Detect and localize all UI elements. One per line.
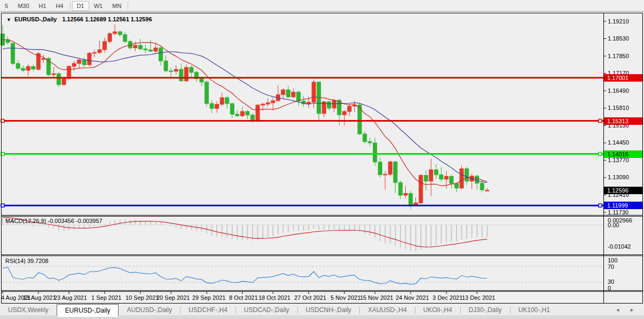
macd-histogram-bar xyxy=(354,225,355,230)
candle-body-bull xyxy=(220,98,224,104)
macd-histogram-bar xyxy=(426,225,427,249)
macd-histogram-bar xyxy=(191,225,192,230)
candle-body-bear xyxy=(450,177,453,184)
candle-body-bull xyxy=(312,82,316,102)
price-axis-label: 1.13770 xyxy=(608,157,629,163)
candle-body-bear xyxy=(465,169,469,181)
tab-usdchf-h4[interactable]: USDCHF-,H4 xyxy=(180,304,235,316)
tab-usdcnh-daily[interactable]: USDCNH-,Daily xyxy=(298,304,359,316)
candle-body-bear xyxy=(246,111,249,115)
macd-histogram-bar xyxy=(282,225,284,233)
ma-slow-line xyxy=(3,48,487,182)
tab-audusd-daily[interactable]: AUDUSD-,Daily xyxy=(119,304,180,316)
price-axis-label: 1.19210 xyxy=(608,18,629,25)
macd-histogram-bar xyxy=(420,225,421,250)
macd-histogram-bar xyxy=(176,225,177,228)
rsi-panel-title: RSI(14) 39.7208 xyxy=(5,258,49,264)
macd-histogram-bar xyxy=(216,225,217,237)
candle-body-bear xyxy=(480,184,484,190)
candle-body-bear xyxy=(82,60,86,65)
candle-body-bull xyxy=(281,90,285,94)
tab-usdcad-daily[interactable]: USDCAD-,Daily xyxy=(236,304,297,316)
macd-histogram-bar xyxy=(334,225,335,229)
tab-eurusd-daily[interactable]: EURUSD-,Daily xyxy=(57,304,119,316)
price-axis-label: 1.14450 xyxy=(608,139,629,146)
candle-body-bull xyxy=(271,101,275,103)
tab-scroll-arrows: ◄► xyxy=(615,304,644,316)
tab-ukoil-h4[interactable]: UKOil-,H4 xyxy=(415,304,460,316)
macd-histogram-bar xyxy=(349,225,350,230)
macd-histogram-bar xyxy=(384,225,386,244)
chart-symbol-label: EURUSD-,Daily xyxy=(14,16,57,22)
macd-histogram-bar xyxy=(441,225,442,244)
macd-histogram-bar xyxy=(380,225,381,242)
macd-histogram-bar xyxy=(308,225,309,230)
macd-histogram-bar xyxy=(364,225,365,234)
macd-histogram-bar xyxy=(120,219,121,225)
candle-body-bear xyxy=(200,79,203,82)
candle-body-bull xyxy=(388,162,392,174)
candle-body-bull xyxy=(26,67,30,70)
macd-axis-label: 0.00 xyxy=(608,222,619,228)
date-axis-label: 29 Sep 2021 xyxy=(192,294,225,301)
line-handle[interactable] xyxy=(599,204,602,207)
macd-histogram-bar xyxy=(38,225,39,226)
macd-histogram-bar xyxy=(170,225,171,227)
candle-body-bear xyxy=(144,49,147,50)
candle-body-bear xyxy=(439,175,443,179)
line-handle[interactable] xyxy=(599,153,602,156)
tab-uk100-h1[interactable]: UK100-,H1 xyxy=(511,304,558,316)
macd-histogram-bar xyxy=(400,225,401,248)
rsi-axis-label: 100 xyxy=(608,257,617,264)
macd-histogram-bar xyxy=(318,225,319,230)
candle-body-bull xyxy=(444,177,448,179)
candle-body-bull xyxy=(184,67,188,81)
macd-histogram-bar xyxy=(237,225,238,240)
candle-body-bear xyxy=(16,63,20,68)
macd-histogram-bar xyxy=(135,220,136,225)
macd-histogram-bar xyxy=(466,225,467,239)
tab-xauusd-h4[interactable]: XAUUSD-,H4 xyxy=(360,304,415,316)
price-axis-label: 1.13090 xyxy=(608,174,629,180)
chart-dropdown-icon[interactable]: ▼ xyxy=(6,17,11,22)
line-handle[interactable] xyxy=(599,119,602,123)
macd-histogram-bar xyxy=(410,225,411,251)
macd-histogram-bar xyxy=(222,225,223,237)
macd-histogram-bar xyxy=(415,225,417,252)
candle-body-bull xyxy=(133,45,137,48)
rsi-axis-label: 0 xyxy=(608,285,611,291)
date-axis-label: 15 Nov 2021 xyxy=(360,294,393,301)
scroll-left-icon[interactable]: ◄ xyxy=(615,307,620,313)
macd-histogram-bar xyxy=(268,225,269,238)
macd-histogram-bar xyxy=(180,225,182,229)
macd-histogram-bar xyxy=(43,225,44,226)
macd-histogram-bar xyxy=(303,225,304,231)
date-axis-label: 1 Sep 2021 xyxy=(91,294,121,301)
macd-histogram-bar xyxy=(2,218,3,225)
macd-histogram-bar xyxy=(436,225,437,245)
candle-body-bull xyxy=(92,52,96,53)
date-axis-label: 5 Nov 2021 xyxy=(331,294,360,301)
ma-fast-line xyxy=(3,39,487,186)
tab-usdx-weekly[interactable]: USDX,Weekly xyxy=(0,304,57,316)
candle-body-bear xyxy=(32,67,35,69)
price-chart-canvas[interactable] xyxy=(0,0,644,319)
rsi-axis-label: 30 xyxy=(608,278,614,285)
scroll-right-icon[interactable]: ► xyxy=(630,307,634,313)
rsi-value: 39.7208 xyxy=(27,258,49,264)
candle-body-bull xyxy=(98,50,101,52)
candle-body-bull xyxy=(429,170,433,181)
date-axis-label: 23 Aug 2021 xyxy=(54,294,87,301)
candle-body-bull xyxy=(404,194,407,195)
candle-body-bear xyxy=(368,142,372,143)
macd-histogram-bar xyxy=(482,225,483,237)
price-axis-label: 1.16490 xyxy=(608,87,629,94)
candle-body-bull xyxy=(88,53,91,65)
date-axis-label: 18 Oct 2021 xyxy=(258,294,290,301)
macd-histogram-bar xyxy=(155,222,156,225)
candle-body-bear xyxy=(159,48,163,61)
tab-dj30-daily[interactable]: DJ30-,Daily xyxy=(461,304,510,316)
macd-histogram-bar xyxy=(160,223,161,225)
macd-histogram-bar xyxy=(99,225,100,226)
candle-body-bear xyxy=(286,90,290,97)
